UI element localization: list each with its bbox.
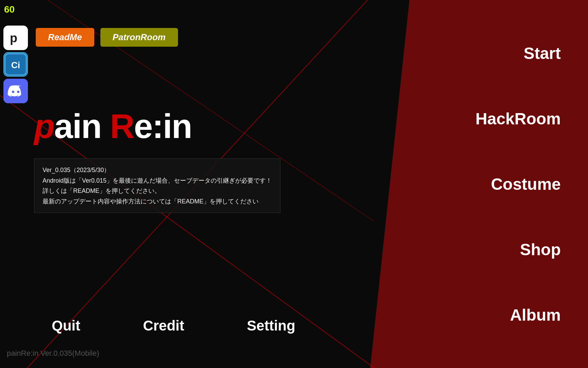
menu-hackroom[interactable]: HackRoom <box>469 106 568 132</box>
ci-icon[interactable]: Ci <box>3 52 28 77</box>
info-line3: 詳しくは「README」を押してください。 <box>43 186 272 196</box>
menu-shop[interactable]: Shop <box>513 237 568 262</box>
info-line2: Android版は「Ver0.015」を最後に遊んだ場合、セーブデータの引継ぎが… <box>43 175 272 186</box>
svg-text:Ci: Ci <box>11 60 20 70</box>
top-buttons: ReadMe PatronRoom <box>36 28 178 47</box>
pixiv-icon[interactable]: p <box>3 26 28 50</box>
menu-start[interactable]: Start <box>517 41 568 66</box>
title-e-in: e:in <box>134 107 192 145</box>
menu-album[interactable]: Album <box>503 302 568 328</box>
fps-counter: 60 <box>4 4 15 15</box>
icon-area: p Ci <box>3 26 28 103</box>
setting-button[interactable]: Setting <box>247 318 295 334</box>
game-title: pain Re:in <box>34 109 192 143</box>
credit-button[interactable]: Credit <box>143 318 184 334</box>
info-box: Ver_0.035（2023/5/30） Android版は「Ver0.015」… <box>34 158 280 213</box>
patronroom-button[interactable]: PatronRoom <box>100 28 178 47</box>
quit-button[interactable]: Quit <box>52 318 80 334</box>
info-line4: 最新のアップデート内容や操作方法については「README」を押してください <box>43 196 272 207</box>
title-area: pain Re:in <box>34 109 192 143</box>
readme-button[interactable]: ReadMe <box>36 28 94 47</box>
discord-icon[interactable] <box>3 79 28 103</box>
right-panel: Start HackRoom Costume Shop Album <box>370 0 588 368</box>
title-R: R <box>110 107 134 145</box>
menu-costume[interactable]: Costume <box>484 171 568 197</box>
title-p: p <box>34 107 54 145</box>
version-text: painRe:in Ver.0.035(Mobile) <box>7 349 99 358</box>
svg-text:p: p <box>10 31 17 45</box>
info-line1: Ver_0.035（2023/5/30） <box>43 165 272 175</box>
title-ain: ain <box>54 107 110 145</box>
bottom-buttons: Quit Credit Setting <box>20 318 327 334</box>
